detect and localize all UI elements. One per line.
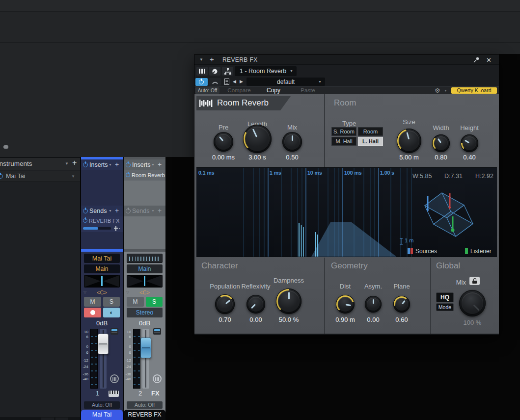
height-knob-value[interactable]: 0.40 bbox=[447, 154, 492, 161]
sources-legend-label[interactable]: Sources bbox=[415, 248, 437, 255]
power-icon[interactable] bbox=[83, 209, 88, 213]
insert-slot[interactable]: Room Reverb bbox=[124, 170, 165, 181]
plugin-power-button[interactable] bbox=[195, 78, 208, 86]
channel-tab[interactable]: Mai Tai bbox=[81, 410, 123, 420]
pan-control[interactable] bbox=[127, 275, 163, 288]
browser-header[interactable]: Instruments ▼ + bbox=[0, 158, 80, 170]
asym-knob[interactable] bbox=[365, 296, 382, 313]
power-icon[interactable] bbox=[83, 162, 88, 167]
gain-readout[interactable]: 0dB bbox=[124, 319, 165, 327]
bypass-curve-button[interactable] bbox=[209, 78, 221, 86]
global-mix-value[interactable]: 100 % bbox=[450, 319, 494, 326]
length-knob[interactable] bbox=[243, 125, 272, 153]
room-type-room[interactable]: Room bbox=[358, 127, 383, 136]
chevron-down-icon[interactable]: ▼ bbox=[109, 209, 112, 212]
chevron-down-icon[interactable]: ▼ bbox=[117, 219, 120, 222]
mix-knob[interactable] bbox=[282, 132, 302, 152]
sends-body[interactable] bbox=[124, 216, 165, 249]
browser-instrument-row[interactable]: Mai Tai ▼ bbox=[0, 171, 80, 182]
mode-button[interactable]: Mode bbox=[436, 303, 454, 311]
chevron-down-icon[interactable]: ▼ bbox=[444, 89, 447, 92]
inserts-header[interactable]: Inserts ▼ + bbox=[81, 159, 123, 170]
reverb-display[interactable]: 0.1 ms 1 ms 10 ms 100 ms 1.00 s W:5.85 D… bbox=[196, 167, 497, 257]
prev-preset-icon[interactable]: ◀ bbox=[233, 79, 236, 84]
compare-button[interactable]: Compare bbox=[225, 87, 253, 93]
dampness-knob[interactable] bbox=[276, 289, 301, 314]
channel-name-button[interactable]: Mai Tai bbox=[84, 254, 120, 263]
next-preset-icon[interactable]: ▶ bbox=[240, 79, 243, 84]
size-knob[interactable] bbox=[397, 129, 421, 153]
pan-value[interactable]: <C> bbox=[124, 289, 165, 295]
hq-button[interactable]: HQ bbox=[436, 292, 454, 302]
add-icon[interactable]: + bbox=[115, 207, 119, 214]
chevron-down-icon[interactable]: ▼ bbox=[109, 163, 112, 166]
chevron-down-icon[interactable]: ▼ bbox=[199, 57, 203, 62]
meter-mode-button[interactable] bbox=[110, 328, 118, 335]
pan-mode-knob-icon[interactable] bbox=[153, 374, 162, 383]
power-icon[interactable] bbox=[83, 218, 87, 223]
gear-icon[interactable]: ⚙ bbox=[435, 87, 440, 94]
preset-selector[interactable]: default ▼ bbox=[246, 78, 325, 86]
panel-grip-dot[interactable] bbox=[3, 145, 8, 149]
send-level-track[interactable] bbox=[83, 227, 111, 230]
plane-knob[interactable] bbox=[393, 296, 410, 313]
meter-mode-button[interactable] bbox=[153, 328, 161, 335]
automation-button[interactable]: Auto: Off bbox=[84, 401, 120, 409]
qwerty-keyboard-button[interactable]: Qwerty K..oard bbox=[451, 87, 497, 94]
dist-knob[interactable] bbox=[336, 295, 355, 314]
chevron-down-icon[interactable]: ▼ bbox=[290, 69, 293, 73]
sends-header[interactable]: Sends ▼ + bbox=[81, 206, 123, 216]
power-icon[interactable] bbox=[126, 162, 131, 167]
add-icon[interactable]: + bbox=[72, 158, 77, 167]
add-icon[interactable]: + bbox=[158, 207, 162, 214]
pan-mode-knob-icon[interactable] bbox=[110, 374, 119, 383]
pan-control[interactable] bbox=[84, 275, 120, 288]
chevron-down-icon[interactable]: ▼ bbox=[71, 174, 75, 179]
input-ticks-display[interactable] bbox=[127, 254, 163, 263]
fader-handle[interactable] bbox=[98, 334, 109, 354]
insert-name[interactable]: Room Reverb bbox=[132, 172, 165, 178]
chevron-down-icon[interactable]: ▼ bbox=[318, 80, 322, 83]
routing-view-button[interactable] bbox=[222, 67, 233, 76]
mix-lock-button[interactable] bbox=[469, 277, 480, 285]
pin-icon[interactable] bbox=[473, 56, 480, 63]
plugin-titlebar[interactable]: ▼ + REVERB FX ✕ bbox=[194, 55, 499, 64]
mute-button[interactable]: M bbox=[84, 297, 101, 307]
automation-mode-button[interactable]: Auto: Off bbox=[195, 87, 219, 94]
channel-tab[interactable]: REVERB FX bbox=[124, 410, 165, 420]
monitor-button[interactable]: ◐ bbox=[103, 308, 120, 317]
plane-knob-value[interactable]: 0.60 bbox=[380, 316, 424, 323]
power-icon[interactable] bbox=[126, 209, 131, 213]
add-icon[interactable]: + bbox=[158, 160, 162, 168]
send-name[interactable]: REVERB FX bbox=[89, 218, 119, 224]
power-icon[interactable] bbox=[0, 174, 3, 179]
room-type-mhall[interactable]: M. Hall bbox=[331, 137, 356, 146]
solo-button[interactable]: S bbox=[146, 297, 163, 307]
add-tab-icon[interactable]: + bbox=[210, 55, 214, 63]
send-fader-icon[interactable] bbox=[113, 226, 118, 231]
output-button[interactable]: Main bbox=[127, 264, 163, 273]
chevron-down-icon[interactable]: ▼ bbox=[65, 161, 69, 166]
sends-header[interactable]: Sends ▼ + bbox=[124, 206, 165, 216]
chevron-down-icon[interactable]: ▼ bbox=[151, 163, 155, 166]
room-type-sroom[interactable]: S. Room bbox=[331, 127, 356, 136]
height-knob[interactable] bbox=[461, 134, 478, 152]
preset-list-icon[interactable] bbox=[224, 79, 229, 85]
channel-view-button[interactable] bbox=[196, 67, 208, 76]
output-button[interactable]: Main bbox=[84, 264, 120, 273]
inserts-body[interactable] bbox=[81, 170, 123, 206]
knob-view-button[interactable] bbox=[209, 67, 220, 76]
solo-button[interactable]: S bbox=[103, 297, 120, 307]
power-icon[interactable] bbox=[126, 173, 130, 177]
mix-knob-value[interactable]: 0.50 bbox=[270, 154, 314, 161]
inserts-body[interactable] bbox=[124, 181, 165, 206]
close-icon[interactable]: ✕ bbox=[486, 56, 492, 64]
pre-knob[interactable] bbox=[214, 132, 233, 152]
channel-selector[interactable]: 1 - Room Reverb ▼ bbox=[235, 66, 297, 76]
stereo-mode-button[interactable]: Stereo bbox=[127, 308, 163, 317]
room-type-lhall[interactable]: L. Hall bbox=[358, 137, 383, 146]
sends-body[interactable] bbox=[81, 232, 123, 249]
mute-button[interactable]: M bbox=[127, 297, 144, 307]
fader-handle[interactable] bbox=[140, 338, 151, 358]
instrument-label[interactable]: Mai Tai bbox=[6, 173, 25, 180]
